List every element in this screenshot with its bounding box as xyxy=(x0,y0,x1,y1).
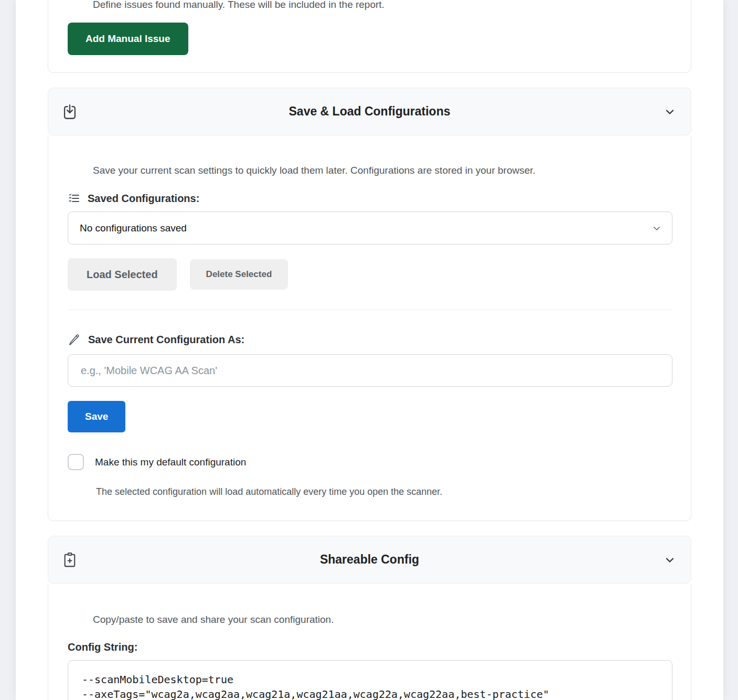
config-string-label: Config String: xyxy=(68,641,671,653)
clipboard-plus-icon xyxy=(61,551,78,568)
shareable-config-description: Copy/paste to save and share your scan c… xyxy=(93,613,671,627)
delete-selected-button[interactable]: Delete Selected xyxy=(190,259,288,290)
load-selected-button[interactable]: Load Selected xyxy=(68,258,177,291)
default-config-checkbox-row[interactable]: Make this my default configuration xyxy=(68,454,671,470)
default-config-checkbox-label: Make this my default configuration xyxy=(95,457,246,468)
config-actions-row: Load Selected Delete Selected xyxy=(68,258,671,291)
save-as-label: Save Current Configuration As: xyxy=(88,334,244,346)
shareable-config-header[interactable]: Shareable Config xyxy=(48,536,691,584)
config-string-box[interactable]: --scanMobileDesktop=true --axeTags="wcag… xyxy=(68,660,672,700)
default-config-help-text: The selected configuration will load aut… xyxy=(96,485,671,499)
manual-issues-description: Define issues found manually. These will… xyxy=(93,0,671,12)
shareable-config-body: Copy/paste to save and share your scan c… xyxy=(48,584,691,700)
save-button[interactable]: Save xyxy=(68,401,125,432)
select-value: No configurations saved xyxy=(80,222,187,234)
chevron-down-icon xyxy=(664,105,676,118)
save-load-configurations-body: Save your current scan settings to quick… xyxy=(48,135,691,521)
config-name-input[interactable] xyxy=(68,354,672,387)
save-load-configurations-header[interactable]: Save & Load Configurations xyxy=(48,88,691,135)
section-divider xyxy=(68,310,672,310)
shareable-config-title: Shareable Config xyxy=(320,553,419,567)
save-load-description: Save your current scan settings to quick… xyxy=(93,164,671,177)
saved-configurations-label: Saved Configurations: xyxy=(88,193,199,205)
config-line: --scanMobileDesktop=true xyxy=(82,673,233,686)
chevron-down-icon xyxy=(664,554,676,566)
saved-configurations-label-row: Saved Configurations: xyxy=(68,192,671,205)
box-arrow-in-down-icon xyxy=(61,103,79,121)
pencil-icon xyxy=(68,333,81,346)
main-container: Define issues found manually. These will… xyxy=(16,0,723,700)
add-manual-issue-button[interactable]: Add Manual Issue xyxy=(68,23,188,55)
default-config-checkbox[interactable] xyxy=(68,454,84,470)
save-as-label-row: Save Current Configuration As: xyxy=(68,333,671,346)
config-line: --axeTags="wcag2a,wcag2aa,wcag21a,wcag21… xyxy=(82,688,549,700)
list-icon xyxy=(68,192,80,205)
manual-issues-card: Define issues found manually. These will… xyxy=(48,0,691,73)
select-chevron-down-icon xyxy=(652,224,661,233)
save-load-configurations-title: Save & Load Configurations xyxy=(289,104,451,119)
saved-configurations-select[interactable]: No configurations saved xyxy=(68,211,672,245)
